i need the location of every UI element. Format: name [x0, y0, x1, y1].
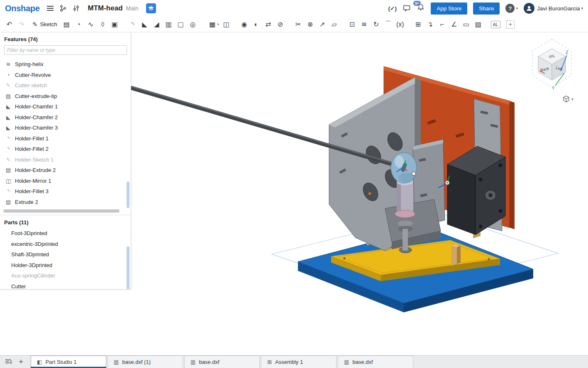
workspace-name[interactable]: Main [126, 5, 139, 12]
part-item[interactable]: Foot-3Dprinted [0, 228, 131, 239]
drawing-tab-icon: ▥ [114, 359, 119, 365]
drawing-tab-icon: ▥ [344, 359, 349, 365]
undo-button[interactable]: ↶ [3, 18, 15, 30]
feature-toolbar: ↶ ↷ ✎ Sketch ▤ ◔ ∿ ◊ ▣ ◝ ◣ ◢ ▥ ▢ ◎ ▦ ◫ [0, 17, 588, 32]
axis-y-label: Y [552, 86, 555, 91]
versions-history-icon[interactable] [59, 5, 67, 12]
chevron-down-icon: ▾ [581, 6, 583, 10]
feature-item[interactable]: ◣ Holder-Chamfer 2 [0, 112, 131, 123]
features-panel: Features (74) ≋ Spring-helix ◔ Cutter-Re… [0, 33, 131, 289]
feature-item[interactable]: ◣ Holder-Chamfer 1 [0, 101, 131, 112]
feature-item[interactable]: ≋ Spring-helix [0, 59, 131, 70]
education-plan-icon[interactable] [146, 3, 156, 13]
feature-item[interactable]: ◫ Holder-Mirror 1 [0, 176, 131, 186]
revolve-icon: ◔ [5, 72, 12, 78]
help-icon: ? [505, 4, 515, 13]
extrude-icon: ▤ [5, 167, 12, 173]
excentric-part[interactable] [391, 152, 417, 183]
chamfer-icon: ◣ [5, 125, 12, 131]
sketch-label: Sketch [40, 21, 57, 27]
element-tab[interactable]: ◧ Part Studio 1 [31, 356, 106, 368]
element-tab[interactable]: ▥ base.dxf [184, 356, 260, 368]
chamfer-icon: ◣ [5, 114, 12, 120]
features-horizontal-scrollbar[interactable] [3, 209, 120, 213]
share-button[interactable]: Share [473, 2, 500, 15]
part-item[interactable]: excentric-3Dprinted [0, 239, 131, 250]
features-title: Features (74) [0, 36, 131, 42]
feature-item[interactable]: ✎ Holder-Sketch 1 [0, 155, 131, 165]
add-custom-feature-button[interactable]: + [506, 20, 515, 29]
search-tabs-icon[interactable] [5, 358, 12, 365]
document-title[interactable]: MTM-head [88, 4, 122, 12]
stepper-motor[interactable] [447, 146, 505, 235]
avatar [524, 3, 534, 14]
onshape-logo[interactable]: Onshape [5, 4, 39, 13]
parts-title: Parts (11) [0, 215, 131, 228]
feature-item[interactable]: ◔ Cutter-Revolve [0, 70, 131, 81]
element-tab[interactable]: ▥ base.dxf (1) [107, 356, 183, 368]
element-tab[interactable]: ⊞ Assembly 1 [261, 356, 337, 368]
feature-filter-input[interactable] [4, 45, 127, 55]
view-mode-cube-icon [563, 96, 570, 103]
extrude-icon: ▤ [5, 93, 12, 99]
feature-item[interactable]: ◣ Holder-Chamfer 3 [0, 123, 131, 133]
document-menu-icon[interactable] [47, 6, 54, 11]
parts-vertical-scrollbar[interactable] [127, 246, 129, 289]
redo-button[interactable]: ↷ [15, 18, 27, 30]
feature-item[interactable]: ◝ Holder-Fillet 2 [0, 144, 131, 155]
feature-item[interactable]: ▤ Cutter-extrude-tip [0, 91, 131, 102]
comment-icon[interactable] [403, 4, 411, 12]
feature-item[interactable]: ◝ Holder-Fillet 3 [0, 186, 131, 197]
user-menu[interactable]: Javi BuronGarcia ▾ [524, 3, 583, 14]
assembly-tab-icon: ⊞ [267, 359, 272, 365]
feature-item[interactable]: ◝ Holder-Fillet 1 [0, 133, 131, 144]
fillet-icon: ◝ [5, 135, 12, 142]
element-tab-bar: + ◧ Part Studio 1 ▥ base.dxf (1) ▥ base.… [0, 355, 588, 368]
sketch-icon: ✎ [5, 157, 12, 163]
chamfer-icon: ◣ [5, 103, 12, 110]
feature-item[interactable]: ▤ Extrude 2 [0, 197, 131, 208]
part-item[interactable]: Cutter [0, 281, 131, 292]
notifications-bell-icon[interactable]: 9+ [417, 3, 425, 13]
axis-z-label: Z [566, 50, 568, 55]
drawing-tab-icon: ▥ [190, 359, 195, 365]
top-header: Onshape MTM-head Main {✓} [0, 0, 588, 17]
notification-badge: 9+ [413, 0, 421, 6]
part-studio-tab-icon: ◧ [37, 359, 42, 365]
custom-feature-al-button[interactable]: AL [491, 21, 500, 28]
element-tab[interactable]: ▥ base.dxf [338, 356, 413, 368]
view-cube[interactable]: Top Back Left Z Y [532, 39, 571, 91]
help-menu[interactable]: ? ▾ [505, 4, 518, 13]
fillet-icon: ◝ [5, 188, 12, 194]
chevron-down-icon: ▾ [571, 97, 573, 101]
view-options-button[interactable]: ▾ [563, 96, 573, 103]
part-item[interactable]: Aux-springCilinder [0, 270, 131, 281]
feature-script-icon[interactable]: {✓} [388, 5, 397, 12]
chevron-down-icon: ▾ [516, 6, 518, 10]
part-item[interactable]: Shaft-3Dprinted [0, 249, 131, 260]
feature-item[interactable]: ✎ Cutter-sketch [0, 80, 131, 91]
part-item[interactable]: Holder-3Dprinted [0, 260, 131, 271]
sketch-button[interactable]: ✎ Sketch [32, 21, 57, 28]
document-properties-icon[interactable] [73, 5, 80, 12]
mirror-icon: ◫ [5, 178, 12, 184]
helix-icon: ≋ [5, 61, 12, 67]
extrude-icon: ▤ [5, 199, 12, 205]
feature-item[interactable]: ▤ Holder-Extrude 2 [0, 165, 131, 176]
features-vertical-scrollbar[interactable] [127, 182, 129, 208]
sketch-icon: ✎ [5, 82, 12, 88]
sketch-pencil-icon: ✎ [32, 21, 38, 28]
app-store-button[interactable]: App Store [431, 2, 467, 15]
user-name: Javi BuronGarcia [537, 5, 580, 12]
add-tab-button[interactable]: + [19, 358, 23, 366]
fillet-icon: ◝ [5, 146, 12, 152]
